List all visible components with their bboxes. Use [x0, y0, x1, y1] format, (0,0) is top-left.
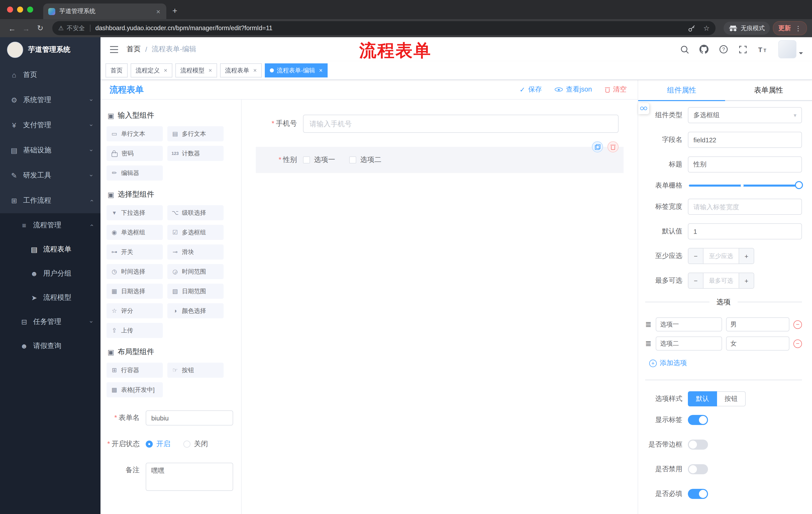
style-default-button[interactable]: 默认	[688, 391, 717, 406]
canvas-field-phone[interactable]: *手机号	[256, 110, 624, 138]
link-button[interactable]	[638, 103, 649, 114]
drag-handle-icon[interactable]: ≣	[645, 320, 651, 329]
sidebar-item-process-management[interactable]: ≡ 流程管理 ›	[0, 213, 100, 237]
sidebar-item-home[interactable]: ⌂ 首页	[0, 62, 100, 87]
tag-process-form[interactable]: 流程表单 ×	[220, 63, 262, 77]
window-close-button[interactable]	[7, 6, 13, 12]
option-2-label-input[interactable]	[656, 336, 722, 351]
show-label-switch[interactable]	[688, 415, 708, 425]
canvas-field-gender-selected[interactable]: *性别 选项一 选项二	[256, 147, 624, 173]
component-time-range[interactable]: ◶时间范围	[167, 264, 224, 279]
component-color-picker[interactable]: ◑颜色选择	[167, 303, 224, 318]
component-row-container[interactable]: ⊞行容器	[107, 362, 163, 378]
option-1-label-input[interactable]	[656, 317, 722, 331]
clear-button[interactable]: 清空	[605, 85, 627, 94]
checkbox-box-icon[interactable]	[303, 156, 310, 163]
sidebar-item-workflow[interactable]: ⊞ 工作流程 ›	[0, 188, 100, 213]
component-editor[interactable]: ✏编辑器	[107, 165, 163, 181]
avatar[interactable]	[778, 40, 796, 58]
sidebar-item-task-management[interactable]: ⊟ 任务管理 ›	[0, 310, 100, 334]
add-option-button[interactable]: + 添加选项	[649, 359, 802, 368]
sidebar-item-payment[interactable]: ¥ 支付管理 ›	[0, 113, 100, 138]
minus-button[interactable]: −	[688, 248, 703, 264]
url-text[interactable]: dashboard.yudao.iocoder.cn/bpm/manager/f…	[95, 25, 683, 32]
field-name-input[interactable]	[688, 132, 802, 148]
tag-home[interactable]: 首页	[106, 63, 127, 77]
browser-menu-icon[interactable]: ⋮	[795, 24, 802, 32]
component-password[interactable]: 密码	[107, 146, 163, 161]
window-minimize-button[interactable]	[17, 6, 23, 12]
reload-icon[interactable]: ↻	[33, 24, 47, 33]
status-radio-on[interactable]: 开启	[146, 439, 170, 449]
sidebar-item-process-model[interactable]: ➤ 流程模型	[0, 286, 100, 310]
save-button[interactable]: ✓ 保存	[520, 85, 542, 94]
max-select-input[interactable]	[703, 273, 738, 288]
component-checkbox-group[interactable]: ☑多选框组	[167, 225, 224, 240]
tag-process-form-edit[interactable]: 流程表单-编辑 ×	[265, 63, 328, 77]
component-type-select[interactable]: 多选框组 ▾	[688, 107, 802, 123]
component-multi-line-text[interactable]: ▤多行文本	[167, 126, 224, 141]
phone-input[interactable]	[303, 115, 618, 133]
sidebar-item-devtools[interactable]: ✎ 研发工具 ›	[0, 163, 100, 188]
minus-button[interactable]: −	[688, 273, 703, 288]
delete-field-button[interactable]	[608, 141, 618, 153]
tab-close-icon[interactable]: ×	[155, 7, 161, 15]
plus-button[interactable]: +	[738, 273, 754, 288]
tab-form-props[interactable]: 表单属性	[725, 80, 812, 100]
component-button[interactable]: ☞按钮	[167, 362, 224, 378]
drag-handle-icon[interactable]: ≣	[645, 339, 651, 348]
component-single-line-text[interactable]: ▭单行文本	[107, 126, 163, 141]
search-icon[interactable]	[680, 45, 689, 54]
component-counter[interactable]: 123计数器	[167, 146, 224, 161]
label-width-input[interactable]	[688, 199, 802, 215]
disabled-switch[interactable]	[688, 464, 708, 474]
forward-icon[interactable]: →	[19, 24, 33, 32]
form-name-input[interactable]	[146, 410, 233, 426]
update-label[interactable]: 更新	[778, 24, 791, 32]
tag-process-definition[interactable]: 流程定义 ×	[130, 63, 172, 77]
tag-close-icon[interactable]: ×	[208, 67, 212, 74]
tag-close-icon[interactable]: ×	[319, 67, 323, 74]
sidebar-logo[interactable]: 芋道管理系统	[0, 37, 100, 62]
help-icon[interactable]: ?	[719, 45, 728, 54]
user-menu[interactable]	[778, 40, 803, 58]
breadcrumb-home[interactable]: 首页	[127, 45, 141, 54]
component-date-range[interactable]: ▧日期范围	[167, 283, 224, 299]
slider-handle[interactable]	[795, 181, 803, 189]
border-switch[interactable]	[688, 439, 708, 450]
sidebar-item-system[interactable]: ⚙ 系统管理 ›	[0, 87, 100, 113]
checkbox-box-icon[interactable]	[349, 156, 356, 163]
form-canvas[interactable]: *手机号 *性别 选项一 选项二	[242, 100, 638, 514]
component-upload[interactable]: ⇪上传	[107, 323, 163, 338]
gender-checkbox-option-2[interactable]: 选项二	[349, 155, 381, 164]
component-select[interactable]: ▾下拉选择	[107, 205, 163, 220]
component-radio-group[interactable]: ◉单选框组	[107, 225, 163, 240]
status-radio-off[interactable]: 关闭	[183, 439, 208, 449]
remove-option-button[interactable]: −	[793, 320, 802, 329]
new-tab-button[interactable]: +	[172, 6, 177, 16]
browser-tab[interactable]: 芋道管理系统 ×	[43, 3, 166, 19]
address-bar[interactable]: ⚠ 不安全 dashboard.yudao.iocoder.cn/bpm/man…	[52, 21, 716, 35]
tag-process-model[interactable]: 流程模型 ×	[175, 63, 217, 77]
gender-checkbox-option-1[interactable]: 选项一	[303, 155, 335, 164]
sidebar-item-process-form[interactable]: ▤ 流程表单	[0, 237, 100, 262]
collapse-sidebar-icon[interactable]	[110, 46, 119, 53]
sidebar-item-leave-query[interactable]: ☻ 请假查询	[0, 334, 100, 358]
github-icon[interactable]	[699, 45, 708, 54]
style-button-button[interactable]: 按钮	[717, 391, 746, 406]
component-rate[interactable]: ☆评分	[107, 303, 163, 318]
component-switch[interactable]: ⊶开关	[107, 244, 163, 260]
min-select-input[interactable]	[703, 248, 738, 264]
title-input[interactable]	[688, 156, 802, 172]
component-time-picker[interactable]: ◷时间选择	[107, 264, 163, 279]
back-icon[interactable]: ←	[5, 24, 19, 32]
remove-option-button[interactable]: −	[793, 339, 802, 348]
default-value-input[interactable]	[688, 223, 802, 239]
duplicate-field-button[interactable]	[592, 141, 603, 153]
bookmark-star-icon[interactable]: ☆	[700, 24, 713, 32]
font-size-icon[interactable]: TT	[758, 45, 768, 54]
component-slider[interactable]: ⊸滑块	[167, 244, 224, 260]
password-key-icon[interactable]	[685, 22, 697, 34]
view-json-button[interactable]: 查看json	[555, 85, 592, 94]
tab-component-props[interactable]: 组件属性	[638, 80, 725, 100]
